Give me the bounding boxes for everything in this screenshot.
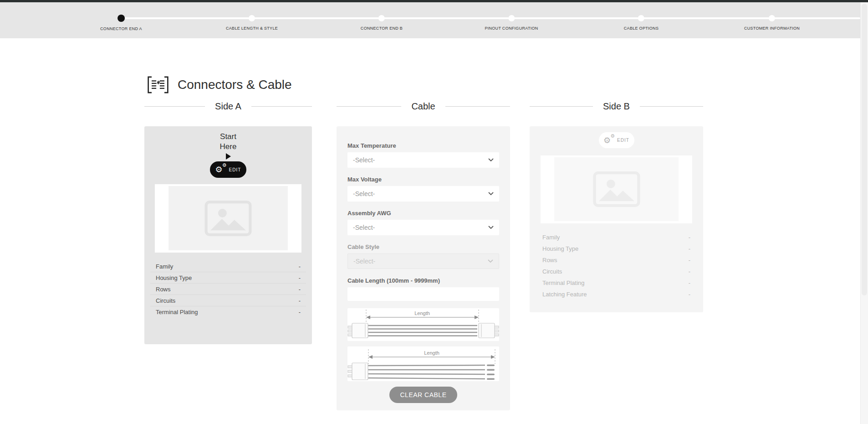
step-customer-information[interactable]: CUSTOMER INFORMATION [744,2,800,31]
section-title-text: Side A [205,101,251,112]
select-value: -Select- [353,258,375,265]
property-row: Rows - [541,254,692,266]
section-title-text: Side B [593,101,640,112]
side-a-section-title: Side A [144,100,312,112]
step-cable-options[interactable]: CABLE OPTIONS [624,2,659,31]
cable-configurator-page: CONNECTOR END A CABLE LENGTH & STYLE CON… [0,0,868,424]
assembly-awg-select[interactable]: -Select- [347,220,499,235]
page-heading: Connectors & Cable [145,75,292,94]
top-accent-bar [0,0,868,2]
property-row: Family - [541,232,692,243]
step-dot [508,15,515,21]
image-placeholder-icon [204,200,252,237]
step-pinout-configuration[interactable]: PINOUT CONFIGURATION [485,2,538,31]
property-row: Family - [150,261,306,272]
max-voltage-label: Max Voltage [347,176,499,183]
cable-style-select: -Select- [347,253,499,269]
property-label: Latching Feature [542,291,587,298]
property-row: Circuits - [150,295,306,306]
property-value: - [689,291,690,298]
property-label: Circuits [542,268,562,275]
svg-text:Length: Length [414,310,430,316]
step-dot [378,15,385,21]
side-b-edit-button[interactable]: ⚙⚙ EDIT [599,132,634,148]
cable-length-diagram-icon: Length [347,346,499,381]
property-label: Family [156,263,173,270]
progress-stepper: CONNECTOR END A CABLE LENGTH & STYLE CON… [0,2,868,38]
cable-diagram-connector-to-pigtail: Length [347,346,499,381]
cable-card: Max Temperature -Select- Max Voltage -Se… [337,126,510,410]
property-label: Housing Type [156,274,192,281]
cable-style-label: Cable Style [347,243,499,251]
divider-line [640,106,703,107]
property-value: - [689,257,690,264]
divider-line [144,106,205,107]
property-value: - [299,263,301,270]
step-connector-end-b[interactable]: CONNECTOR END B [361,2,403,31]
property-row: Housing Type - [541,243,692,254]
property-value: - [689,279,690,286]
cable-section-title: Cable [337,100,510,112]
step-label: PINOUT CONFIGURATION [485,26,538,31]
side-b-section-title: Side B [530,100,703,112]
max-temperature-select[interactable]: -Select- [347,152,499,168]
select-value: -Select- [353,224,375,231]
step-label: CONNECTOR END A [100,26,142,31]
image-placeholder-icon [592,171,641,207]
property-label: Circuits [156,297,175,304]
divider-line [445,106,510,107]
scrollbar-thumb[interactable] [862,4,867,295]
side-a-properties: Family - Housing Type - Rows - Circuits … [150,258,306,318]
start-here-line2: Here [144,142,312,152]
cable-length-diagram-icon: Length [347,308,499,341]
property-value: - [689,245,690,252]
property-value: - [299,297,301,304]
property-row: Circuits - [541,266,692,277]
start-here-hint: Start Here [144,132,312,152]
step-connector-end-a[interactable]: CONNECTOR END A [100,2,142,31]
max-temperature-label: Max Temperature [347,142,499,150]
vertical-scrollbar[interactable] [860,0,868,424]
property-label: Terminal Plating [156,309,198,315]
step-label: CONNECTOR END B [361,26,403,31]
edit-button-label: EDIT [229,167,241,172]
chevron-down-icon [488,259,493,263]
side-a-image-placeholder [168,186,288,250]
property-label: Rows [542,257,557,264]
side-b-image-frame [541,155,692,223]
step-label: CUSTOMER INFORMATION [744,26,800,31]
divider-line [530,106,593,107]
property-row: Housing Type - [150,272,306,284]
side-a-edit-button[interactable]: ⚙⚙ EDIT [210,161,246,178]
property-row: Terminal Plating - [541,277,692,289]
step-label: CABLE LENGTH & STYLE [226,26,278,31]
side-b-image-placeholder [554,157,679,221]
arrow-right-icon [226,153,231,160]
chevron-down-icon [488,226,494,229]
property-row: Latching Feature - [541,289,692,300]
max-voltage-select[interactable]: -Select- [347,186,499,202]
clear-cable-button[interactable]: CLEAR CABLE [389,387,458,403]
cable-diagram-connector-to-connector: Length [347,308,499,341]
step-dot-active [117,15,125,22]
cable-length-input[interactable] [347,287,499,301]
edit-button-label: EDIT [617,138,629,143]
cable-length-label: Cable Length (100mm - 9999mm) [347,277,499,284]
step-dot [249,15,255,21]
side-a-image-frame [155,184,301,253]
select-value: -Select- [353,156,375,164]
property-row: Terminal Plating - [150,306,306,318]
divider-line [251,106,312,107]
connectors-icon [145,75,171,94]
property-label: Rows [156,286,171,293]
section-title-text: Cable [401,101,445,112]
step-cable-length-style[interactable]: CABLE LENGTH & STYLE [226,2,278,31]
svg-text:Length: Length [424,350,439,356]
property-row: Rows - [150,284,306,295]
step-dot [638,15,644,21]
divider-line [337,106,401,107]
side-b-properties: Family - Housing Type - Rows - Circuits … [541,232,692,300]
side-b-card: ⚙⚙ EDIT Family - Housing Type - Ro [530,126,703,312]
step-dot [769,15,775,21]
chevron-down-icon [488,192,494,196]
